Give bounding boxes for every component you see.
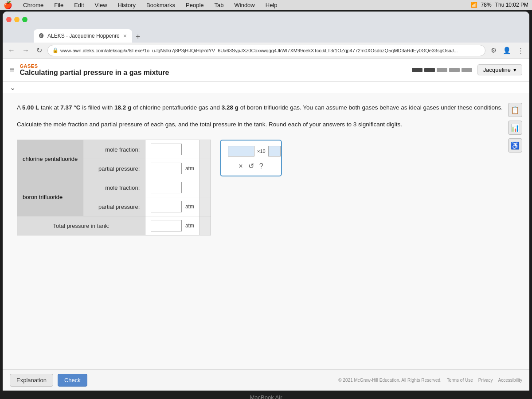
user-menu-button[interactable]: Jacqueline ▾ — [477, 64, 522, 75]
menu-tab[interactable]: Tab — [213, 1, 226, 9]
progress-seg-1 — [412, 68, 422, 72]
forward-button[interactable]: → — [20, 45, 31, 56]
popup-times-10: ×10 — [257, 149, 266, 154]
answer-table-wrapper: chlorine pentafluoride mole fraction: pa… — [17, 140, 515, 235]
traffic-lights — [6, 17, 27, 22]
chlorine-partial-pressure-input[interactable] — [151, 163, 182, 174]
aleks-footer: Explanation Check © 2021 McGraw-Hill Edu… — [3, 369, 529, 391]
popup-exponent-input[interactable] — [268, 146, 281, 156]
url-bar[interactable]: 🔒 www-awn.aleks.com/alekscgi/x/lsl.exe/1… — [47, 45, 485, 56]
empty-cell-1 — [200, 140, 211, 159]
calculator-button[interactable]: 📊 — [508, 121, 522, 135]
boron-tf-label: boron trifluoride — [17, 178, 83, 216]
menu-file[interactable]: File — [52, 1, 65, 9]
boron-mole-fraction-input[interactable] — [151, 182, 182, 193]
back-button[interactable]: ← — [6, 45, 17, 56]
chlorine-mole-fraction-cell — [145, 140, 200, 159]
boron-atm-unit: atm — [185, 203, 194, 210]
macbook-label: MacBook Air — [0, 391, 532, 399]
extensions-button[interactable]: ⚙ — [489, 45, 498, 56]
menu-people[interactable]: People — [184, 1, 205, 9]
maximize-button[interactable] — [22, 17, 27, 22]
header-progress — [412, 68, 472, 72]
empty-cell-2 — [200, 159, 211, 178]
clock: Thu 10:02 PM — [495, 2, 528, 8]
tab-close-button[interactable]: × — [123, 32, 127, 39]
menubar-right: 📶 78% Thu 10:02 PM — [471, 2, 528, 8]
wifi-icon: 📶 — [471, 2, 477, 8]
chlorine-partial-pressure-label: partial pressure: — [83, 159, 145, 178]
explanation-button[interactable]: Explanation — [10, 374, 53, 387]
check-button[interactable]: Check — [58, 374, 87, 387]
side-toolbar: 📋 📊 ♿ — [508, 103, 522, 153]
popup-mantissa-input[interactable] — [228, 146, 254, 156]
accessibility-button[interactable]: ♿ — [508, 138, 522, 153]
privacy-link[interactable]: Privacy — [478, 378, 493, 383]
menu-window[interactable]: Window — [233, 1, 257, 9]
progress-seg-5 — [462, 68, 472, 72]
chrome-window: 🅐 ALEKS - Jacqueline Hoppenre × + ← → ↻ … — [3, 12, 529, 391]
page-content: ≡ GASES Calculating partial pressure in … — [3, 59, 529, 391]
minimize-button[interactable] — [14, 17, 20, 22]
notes-button[interactable]: 📋 — [508, 103, 522, 117]
boron-partial-pressure-input[interactable] — [151, 201, 182, 212]
popup-help-button[interactable]: ? — [259, 162, 263, 170]
url-text: www-awn.aleks.com/alekscgi/x/lsl.exe/1o_… — [60, 48, 481, 53]
address-bar: ← → ↻ 🔒 www-awn.aleks.com/alekscgi/x/lsl… — [3, 43, 529, 59]
tab-bar: 🅐 ALEKS - Jacqueline Hoppenre × + — [3, 27, 529, 43]
user-name: Jacqueline — [483, 66, 511, 73]
chrome-titlebar — [3, 12, 529, 27]
empty-cell-5 — [200, 216, 211, 235]
topic-title: Calculating partial pressure in a gas mi… — [20, 69, 169, 77]
macos-menubar: 🍎 Chrome File Edit View History Bookmark… — [0, 0, 532, 10]
user-dropdown-icon: ▾ — [513, 66, 516, 73]
popup-actions: × ↺ ? — [228, 162, 274, 170]
new-tab-button[interactable]: + — [132, 32, 144, 42]
progress-seg-4 — [449, 68, 460, 72]
total-pressure-cell: atm — [145, 216, 200, 235]
boron-mole-fraction-label: mole fraction: — [83, 178, 145, 197]
popup-box: ×10 × ↺ ? — [220, 140, 282, 176]
hamburger-menu[interactable]: ≡ — [10, 65, 15, 74]
chlorine-mole-fraction-label: mole fraction: — [83, 140, 145, 159]
lock-icon: 🔒 — [52, 47, 59, 53]
chlorine-pf-label: chlorine pentafluoride — [17, 140, 83, 178]
copyright-text: © 2021 McGraw-Hill Education. All Rights… — [338, 378, 441, 383]
instruction-text: Calculate the mole fraction and partial … — [17, 120, 515, 129]
chlorine-atm-unit: atm — [185, 165, 194, 172]
chrome-right-icons: ⚙ 👤 ⋮ — [489, 45, 526, 56]
answer-table: chlorine pentafluoride mole fraction: pa… — [17, 140, 211, 235]
terms-link[interactable]: Terms of Use — [447, 378, 473, 383]
boron-mole-fraction-cell — [145, 178, 200, 197]
empty-cell-3 — [200, 178, 211, 197]
more-button[interactable]: ⋮ — [516, 45, 526, 56]
menu-bookmarks[interactable]: Bookmarks — [145, 1, 177, 9]
collapse-button[interactable]: ⌄ — [10, 83, 16, 92]
topic-info: GASES Calculating partial pressure in a … — [20, 63, 169, 77]
empty-cell-4 — [200, 197, 211, 216]
boron-partial-pressure-cell: atm — [145, 197, 200, 216]
menu-view[interactable]: View — [93, 1, 109, 9]
progress-seg-3 — [437, 68, 447, 72]
menu-help[interactable]: Help — [264, 1, 279, 9]
accessibility-link[interactable]: Accessibility — [498, 378, 522, 383]
total-pressure-input[interactable] — [151, 220, 182, 231]
profile-button[interactable]: 👤 — [501, 45, 513, 56]
popup-retry-button[interactable]: ↺ — [248, 162, 254, 170]
chlorine-mole-fraction-input[interactable] — [151, 144, 182, 155]
apple-menu[interactable]: 🍎 — [4, 1, 12, 9]
popup-input-row: ×10 — [228, 146, 274, 156]
boron-partial-pressure-label: partial pressure: — [83, 197, 145, 216]
active-tab[interactable]: 🅐 ALEKS - Jacqueline Hoppenre × — [34, 29, 132, 43]
problem-text-1: A 5.00 L tank at 7.37 °C is filled with … — [17, 103, 515, 113]
tab-favicon: 🅐 — [39, 33, 44, 39]
popup-close-button[interactable]: × — [239, 162, 243, 170]
close-button[interactable] — [6, 17, 12, 22]
menu-chrome[interactable]: Chrome — [21, 1, 45, 9]
total-atm-unit: atm — [185, 223, 194, 229]
refresh-button[interactable]: ↻ — [35, 44, 44, 56]
aleks-header: ≡ GASES Calculating partial pressure in … — [3, 59, 529, 82]
menu-history[interactable]: History — [116, 1, 137, 9]
total-pressure-label: Total pressure in tank: — [17, 216, 145, 235]
menu-edit[interactable]: Edit — [72, 1, 86, 9]
